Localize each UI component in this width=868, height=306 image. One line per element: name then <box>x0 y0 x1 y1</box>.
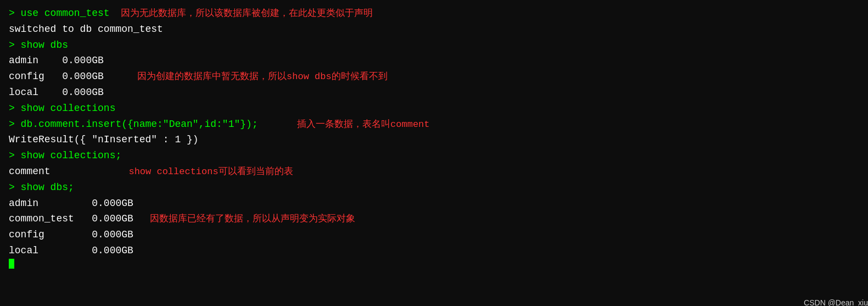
output-14: common_test 0.000GB <box>9 211 133 227</box>
prompt-12: > <box>9 180 21 196</box>
output-4: admin 0.000GB <box>9 53 104 69</box>
comment-8: 插入一条数据，表名叫comment <box>258 117 430 132</box>
watermark: CSDN @Dean_xiu <box>804 298 868 306</box>
comment-5: 因为创建的数据库中暂无数据，所以show dbs的时候看不到 <box>104 69 388 84</box>
terminal-line-10: > show collections; <box>9 148 868 164</box>
comment-11: show collections可以看到当前的表 <box>51 164 293 179</box>
output-13: admin 0.000GB <box>9 196 133 212</box>
output-15: config 0.000GB <box>9 227 133 243</box>
terminal-line-9: WriteResult({ "nInserted" : 1 }) <box>9 132 868 148</box>
terminal-line-6: local 0.000GB <box>9 85 868 101</box>
code-3: show dbs <box>21 37 68 53</box>
output-6: local 0.000GB <box>9 85 104 101</box>
terminal-line-16: local 0.000GB <box>9 243 868 259</box>
terminal-cursor <box>9 259 14 269</box>
code-10: show collections; <box>21 148 122 164</box>
terminal: > use common_test 因为无此数据库，所以该数据库被创建，在此处更… <box>9 5 868 306</box>
terminal-line-4: admin 0.000GB <box>9 53 868 69</box>
output-11: comment <box>9 164 51 180</box>
code-8: db.comment.insert({name:"Dean",id:"1"}); <box>21 116 258 132</box>
comment-14: 因数据库已经有了数据，所以从声明变为实际对象 <box>133 212 356 226</box>
code-1: use common_test <box>21 5 110 21</box>
output-2: switched to db common_test <box>9 21 163 37</box>
terminal-line-5: config 0.000GB 因为创建的数据库中暂无数据，所以show dbs的… <box>9 69 868 85</box>
output-5: config 0.000GB <box>9 69 104 85</box>
terminal-line-2: switched to db common_test <box>9 21 868 37</box>
prompt-8: > <box>9 116 21 132</box>
terminal-line-12: > show dbs; <box>9 180 868 196</box>
output-16: local 0.000GB <box>9 243 133 259</box>
prompt-1: > <box>9 5 21 21</box>
prompt-3: > <box>9 37 21 53</box>
prompt-10: > <box>9 148 21 164</box>
terminal-line-3: > show dbs <box>9 37 868 53</box>
terminal-line-11: comment show collections可以看到当前的表 <box>9 164 868 180</box>
cursor-line <box>9 259 868 269</box>
terminal-line-15: config 0.000GB <box>9 227 868 243</box>
code-12: show dbs; <box>21 180 74 196</box>
comment-1: 因为无此数据库，所以该数据库被创建，在此处更类似于声明 <box>110 6 373 21</box>
code-7: show collections <box>21 101 116 116</box>
prompt-7: > <box>9 101 21 116</box>
terminal-line-1: > use common_test 因为无此数据库，所以该数据库被创建，在此处更… <box>9 5 868 21</box>
terminal-line-14: common_test 0.000GB 因数据库已经有了数据，所以从声明变为实际… <box>9 211 868 227</box>
terminal-line-7: > show collections <box>9 101 868 116</box>
output-9: WriteResult({ "nInserted" : 1 }) <box>9 132 199 148</box>
terminal-line-8: > db.comment.insert({name:"Dean",id:"1"}… <box>9 116 868 132</box>
terminal-line-13: admin 0.000GB <box>9 196 868 212</box>
